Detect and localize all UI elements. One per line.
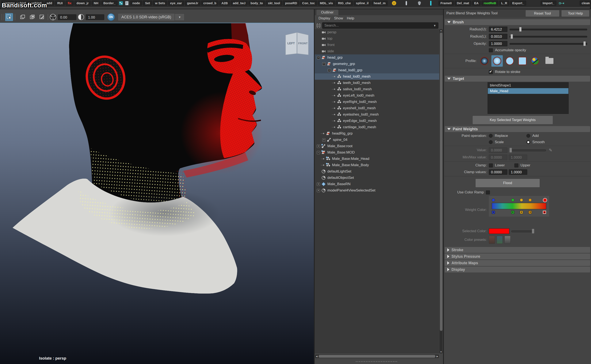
shelf-button-down-jr[interactable]: down_jr — [74, 1, 91, 6]
smooth-radio[interactable] — [526, 140, 530, 144]
tree-row-defaultlightset[interactable]: defaultLightSet — [315, 168, 439, 175]
collapse-expander[interactable]: − — [317, 151, 320, 154]
toolbar-drag-handle[interactable] — [1, 14, 3, 20]
browse-folder-button[interactable] — [542, 55, 553, 67]
rotate-to-stroke-checkbox[interactable] — [489, 70, 493, 74]
radius-u-slider[interactable] — [510, 27, 587, 32]
outliner-vertical-scrollbar[interactable]: ▲ ▼ — [439, 29, 443, 353]
collapse-expander[interactable]: − — [317, 56, 320, 59]
ramp-position-handle[interactable] — [520, 198, 523, 202]
tree-row-eyeshell-lod0-mesh[interactable]: eyeshell_lod0_mesh — [315, 105, 439, 111]
square-brush-button[interactable] — [517, 55, 528, 67]
shelf-button-frame0[interactable]: Frame0 — [438, 1, 454, 6]
expand-expander[interactable]: + — [322, 138, 325, 142]
ramp-position-handle[interactable] — [511, 198, 514, 202]
scroll-up-arrow[interactable]: ▲ — [439, 29, 443, 32]
value-field[interactable]: 0.0000 — [489, 147, 507, 153]
shelf-pin-icon[interactable] — [404, 1, 409, 6]
color-preset-swatch[interactable] — [489, 236, 495, 244]
tool-help-button[interactable]: Tool Help — [561, 10, 590, 17]
shelf-button-add-twj[interactable]: add_twJ — [231, 1, 248, 6]
attribute-maps-section-header[interactable]: Attribute Maps — [445, 260, 590, 266]
stylus-pressure-section-header[interactable]: Stylus Pressure — [445, 254, 590, 259]
target-item-blendshape1[interactable]: blendShape1 — [488, 83, 568, 88]
target-list[interactable]: blendShape1Male_Head — [488, 82, 569, 114]
shelf-button-spline-il[interactable]: spline_il — [354, 1, 371, 6]
value-slider[interactable] — [510, 148, 546, 152]
tree-row-eyeright-lod0-mesh[interactable]: eyeRight_lod0_mesh — [315, 99, 439, 105]
opacity-slider[interactable] — [510, 41, 587, 46]
color-preset-swatch[interactable] — [497, 236, 503, 244]
tree-row-front[interactable]: front — [315, 42, 439, 48]
expand-expander[interactable]: + — [317, 145, 320, 148]
tree-row-head-lod0-mesh[interactable]: head_lod0_mesh — [315, 73, 439, 80]
shelf-button-poserd[interactable]: poseRD — [283, 1, 299, 6]
tree-row-male-basern[interactable]: +Male_BaseRN — [315, 181, 439, 187]
ramp-delete-handle[interactable]: ✕ — [511, 211, 514, 214]
tree-row-head-grp[interactable]: −head_grp — [315, 54, 439, 61]
shelf-button-a2b[interactable]: A2B — [219, 1, 230, 6]
reset-tool-button[interactable]: Reset Tool — [525, 10, 559, 17]
shelf-button-head-m[interactable]: head_m — [372, 1, 388, 6]
shelf-button-ea[interactable]: EA — [472, 1, 481, 6]
colorspace-dropdown-chevron[interactable]: ▼ — [175, 13, 185, 21]
stroke-section-header[interactable]: Stroke — [445, 247, 590, 253]
outliner-menu-help[interactable]: Help — [347, 16, 354, 20]
shelf-graph-icon[interactable] — [118, 1, 124, 6]
shelf-button-l-r[interactable]: L_R — [499, 1, 509, 6]
clamp-lower-checkbox[interactable] — [489, 163, 493, 168]
ramp-delete-handle[interactable]: ✕ — [543, 211, 546, 214]
shelf-button-fix[interactable]: fix — [66, 1, 74, 6]
tree-row-side[interactable]: side — [315, 48, 439, 54]
shelf-button-con-toc[interactable]: Con_toc — [300, 1, 317, 6]
shelf-button-eye-ear[interactable]: eye_ear — [168, 1, 184, 6]
viewport-canvas[interactable]: LEFT FRONT Isolate : persp — [0, 23, 314, 364]
tree-row-eyeedge-lod0-mesh[interactable]: eyeEdge_lod0_mesh — [315, 118, 439, 124]
shelf-button-node[interactable]: node — [130, 1, 142, 6]
scrollbar-thumb[interactable] — [319, 355, 435, 358]
shelf-button-crowd-b[interactable]: crowd_b — [201, 1, 219, 6]
colorspace-dropdown[interactable]: ACES 1.0 SDR-video (sRGB) — [118, 13, 175, 21]
tree-row-eyeleft-lod0-mesh[interactable]: eyeLeft_lod0_mesh — [315, 92, 439, 99]
shelf-page-icon[interactable] — [124, 1, 129, 6]
shelf-button-rootreb[interactable]: rootReB — [481, 1, 498, 6]
selected-color-slider[interactable] — [511, 229, 534, 234]
tree-row-head-lod0-grp[interactable]: −head_lod0_grp — [315, 67, 439, 73]
expand-expander[interactable]: + — [317, 189, 320, 192]
expand-expander[interactable]: + — [317, 183, 320, 186]
select-tool-button[interactable] — [5, 13, 13, 21]
scroll-right-arrow[interactable]: ▶ — [436, 355, 439, 358]
shelf-button-rig-che[interactable]: RIG_che — [336, 1, 353, 6]
shelf-button-rui[interactable]: RUI — [55, 1, 65, 6]
view-cube[interactable]: LEFT FRONT — [284, 31, 310, 58]
search-input[interactable]: Search... ▼ — [322, 22, 438, 29]
radius-u-field[interactable]: 6.4212 — [489, 26, 507, 32]
filter-icon[interactable] — [316, 23, 321, 28]
paint-weights-section-header[interactable]: Paint Weights — [445, 126, 590, 132]
weight-color-ramp[interactable]: ✕✕✕✕✕ — [489, 196, 549, 217]
shelf-smiley-icon[interactable] — [392, 1, 397, 6]
eyedropper-icon[interactable]: ✎ — [549, 148, 552, 153]
color-management-toggle[interactable]: ON — [107, 13, 115, 21]
tree-row-saliva-lod0-mesh[interactable]: saliva_lod0_mesh — [315, 86, 439, 92]
add-to-isolation-button[interactable] — [38, 13, 46, 21]
clamp-min-field[interactable]: 0.0000 — [489, 169, 507, 175]
tree-row-geometry-grp[interactable]: −geometry_grp — [315, 61, 439, 67]
collapse-expander[interactable]: − — [322, 62, 325, 65]
shelf-button-set[interactable]: Set — [143, 1, 152, 6]
ramp-position-handle[interactable] — [543, 198, 547, 202]
exposure-field[interactable]: 0.00 — [58, 14, 76, 20]
gamma-icon[interactable] — [78, 14, 84, 20]
clamp-max-field[interactable]: 1.0000 — [509, 169, 527, 175]
clamp-upper-checkbox[interactable] — [514, 163, 518, 168]
shelf-cyan-bar-icon[interactable] — [428, 1, 433, 6]
shelf-button-mdl-vis[interactable]: MDL_vis — [318, 1, 335, 6]
replace-radio[interactable] — [489, 134, 493, 138]
tree-row-headrig-grp[interactable]: headRig_grp — [315, 130, 439, 137]
max-value-field[interactable]: 1.0000 — [509, 155, 527, 160]
target-section-header[interactable]: Target — [445, 76, 590, 82]
tree-row-teeth-lod0-mesh[interactable]: teeth_lod0_mesh — [315, 80, 439, 86]
tree-row-male-base-mod[interactable]: −Male_Base:MOD — [315, 149, 439, 156]
tree-row-persp[interactable]: persp — [315, 29, 439, 35]
flood-button[interactable]: Flood — [475, 179, 540, 188]
